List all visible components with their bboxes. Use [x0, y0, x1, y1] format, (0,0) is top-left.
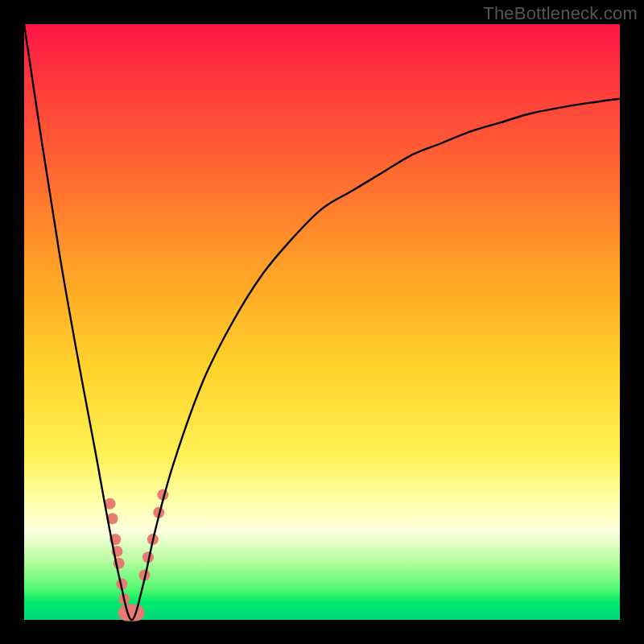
bottom-pill-marker	[118, 605, 144, 621]
watermark-text: TheBottleneck.com	[483, 3, 638, 24]
curve-svg	[24, 24, 620, 620]
svg-rect-0	[118, 605, 144, 621]
markers-left-branch	[105, 498, 130, 605]
plot-area	[24, 24, 620, 620]
bottleneck-curve	[24, 24, 620, 620]
chart-frame: TheBottleneck.com	[0, 0, 644, 644]
